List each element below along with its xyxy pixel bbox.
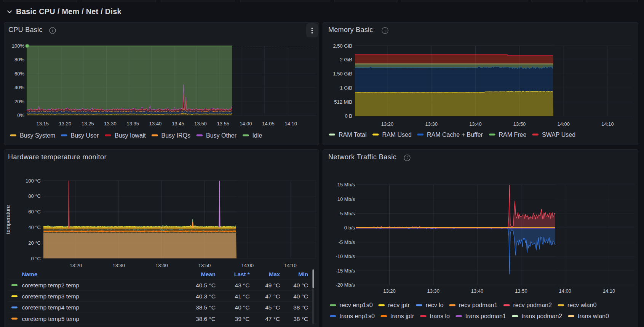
svg-text:RAM Total: RAM Total	[339, 131, 367, 138]
svg-text:13:20: 13:20	[381, 121, 394, 127]
svg-text:80 °C: 80 °C	[28, 193, 41, 199]
svg-text:0 °C: 0 °C	[31, 256, 41, 261]
svg-text:13:15: 13:15	[36, 121, 49, 127]
svg-text:recv podman2: recv podman2	[513, 302, 552, 308]
svg-text:14:05: 14:05	[262, 121, 275, 127]
svg-text:Busy Iowait: Busy Iowait	[115, 132, 146, 139]
svg-text:13:20: 13:20	[383, 288, 396, 294]
svg-text:trans podman2: trans podman2	[522, 313, 563, 319]
svg-text:trans enp1s0: trans enp1s0	[340, 313, 375, 319]
svg-text:0 B: 0 B	[345, 113, 352, 119]
svg-text:RAM Free: RAM Free	[499, 131, 527, 138]
svg-text:trans wlan0: trans wlan0	[578, 313, 609, 319]
svg-text:RAM Used: RAM Used	[382, 131, 412, 138]
svg-text:38 °C: 38 °C	[293, 316, 308, 322]
svg-text:13:50: 13:50	[194, 121, 207, 127]
svg-text:40 °C: 40 °C	[235, 304, 250, 311]
svg-text:Busy IRQs: Busy IRQs	[161, 132, 190, 139]
svg-text:60 °C: 60 °C	[28, 209, 41, 215]
svg-text:SWAP Used: SWAP Used	[542, 131, 575, 138]
svg-text:13:40: 13:40	[155, 263, 168, 268]
svg-text:39 °C: 39 °C	[235, 316, 250, 322]
svg-text:13:50: 13:50	[513, 121, 526, 127]
svg-text:13:45: 13:45	[172, 121, 184, 127]
svg-text:13:50: 13:50	[198, 263, 211, 268]
svg-text:47 °C: 47 °C	[265, 293, 280, 300]
svg-text:Mean: Mean	[201, 271, 216, 277]
svg-text:Busy System: Busy System	[20, 132, 55, 139]
svg-text:2.50 GiB: 2.50 GiB	[333, 43, 352, 49]
svg-text:20%: 20%	[14, 99, 24, 104]
svg-text:trans podman1: trans podman1	[465, 313, 506, 319]
svg-text:45 °C: 45 °C	[265, 304, 280, 311]
svg-text:-20 Mb/s: -20 Mb/s	[336, 282, 355, 288]
svg-text:temperature: temperature	[5, 205, 11, 234]
svg-text:43 °C: 43 °C	[235, 282, 250, 289]
svg-text:recv jptr: recv jptr	[388, 302, 410, 308]
svg-text:recv podman1: recv podman1	[459, 302, 497, 308]
svg-text:14:00: 14:00	[558, 121, 570, 127]
svg-text:coretemp temp5 temp: coretemp temp5 temp	[22, 316, 79, 322]
svg-text:Busy User: Busy User	[71, 132, 99, 139]
svg-text:recv enp1s0: recv enp1s0	[340, 302, 373, 308]
svg-text:coretemp temp2 temp: coretemp temp2 temp	[22, 282, 79, 289]
svg-text:49 °C: 49 °C	[265, 282, 280, 289]
svg-text:Last *: Last *	[234, 271, 250, 277]
svg-text:13:40: 13:40	[471, 288, 484, 294]
svg-text:Idle: Idle	[252, 132, 262, 139]
svg-text:80%: 80%	[14, 57, 24, 63]
svg-text:38 °C: 38 °C	[293, 304, 308, 311]
svg-text:512 MiB: 512 MiB	[334, 99, 352, 105]
svg-text:40 °C: 40 °C	[293, 293, 308, 300]
svg-text:Max: Max	[269, 271, 280, 277]
svg-text:100 °C: 100 °C	[26, 178, 41, 184]
svg-text:recv wlan0: recv wlan0	[567, 302, 597, 308]
svg-text:38.6 °C: 38.6 °C	[196, 316, 216, 322]
svg-text:1.50 GiB: 1.50 GiB	[333, 71, 352, 77]
svg-text:-5 Mb/s: -5 Mb/s	[339, 239, 355, 245]
svg-text:14:10: 14:10	[284, 263, 297, 268]
svg-text:20 °C: 20 °C	[28, 240, 41, 246]
svg-text:-15 Mb/s: -15 Mb/s	[336, 268, 355, 274]
svg-text:40.5 °C: 40.5 °C	[196, 282, 216, 289]
svg-text:14:00: 14:00	[241, 263, 254, 268]
svg-text:2 GiB: 2 GiB	[340, 57, 352, 63]
svg-text:13:35: 13:35	[127, 121, 139, 127]
svg-text:5 Mb/s: 5 Mb/s	[340, 211, 355, 216]
svg-text:14:10: 14:10	[284, 121, 297, 127]
svg-text:0 b/s: 0 b/s	[344, 225, 355, 231]
svg-text:60%: 60%	[14, 71, 24, 77]
svg-text:13:20: 13:20	[59, 121, 72, 127]
svg-text:13:50: 13:50	[515, 288, 527, 294]
svg-text:Min: Min	[298, 271, 308, 277]
svg-text:-10 Mb/s: -10 Mb/s	[336, 253, 355, 259]
svg-text:Busy Other: Busy Other	[206, 132, 237, 139]
svg-text:100%: 100%	[12, 43, 25, 49]
svg-text:trans jptr: trans jptr	[390, 313, 414, 319]
svg-text:13:20: 13:20	[70, 263, 82, 268]
svg-text:13:30: 13:30	[104, 121, 117, 127]
svg-text:RAM Cache + Buffer: RAM Cache + Buffer	[427, 131, 483, 138]
svg-text:1 GiB: 1 GiB	[340, 85, 352, 91]
svg-text:13:30: 13:30	[425, 121, 438, 127]
svg-text:13:55: 13:55	[217, 121, 230, 127]
svg-text:40 °C: 40 °C	[293, 282, 308, 289]
svg-text:Name: Name	[22, 271, 37, 277]
svg-text:13:30: 13:30	[112, 263, 125, 268]
svg-text:recv lo: recv lo	[426, 302, 444, 308]
svg-text:14:00: 14:00	[240, 121, 252, 127]
svg-text:10 Mb/s: 10 Mb/s	[337, 196, 355, 202]
svg-text:40%: 40%	[14, 85, 24, 90]
svg-text:13:40: 13:40	[149, 121, 162, 127]
svg-text:40 °C: 40 °C	[28, 224, 41, 230]
svg-text:38.5 °C: 38.5 °C	[196, 304, 216, 311]
svg-text:trans lo: trans lo	[430, 313, 450, 319]
svg-text:14:10: 14:10	[601, 121, 614, 127]
svg-text:13:25: 13:25	[81, 121, 94, 127]
svg-text:13:40: 13:40	[469, 121, 482, 127]
svg-text:13:30: 13:30	[427, 288, 440, 294]
svg-text:14:10: 14:10	[603, 288, 615, 294]
svg-text:coretemp temp3 temp: coretemp temp3 temp	[22, 293, 79, 300]
svg-text:40.3 °C: 40.3 °C	[196, 293, 216, 300]
svg-text:47 °C: 47 °C	[265, 316, 280, 322]
